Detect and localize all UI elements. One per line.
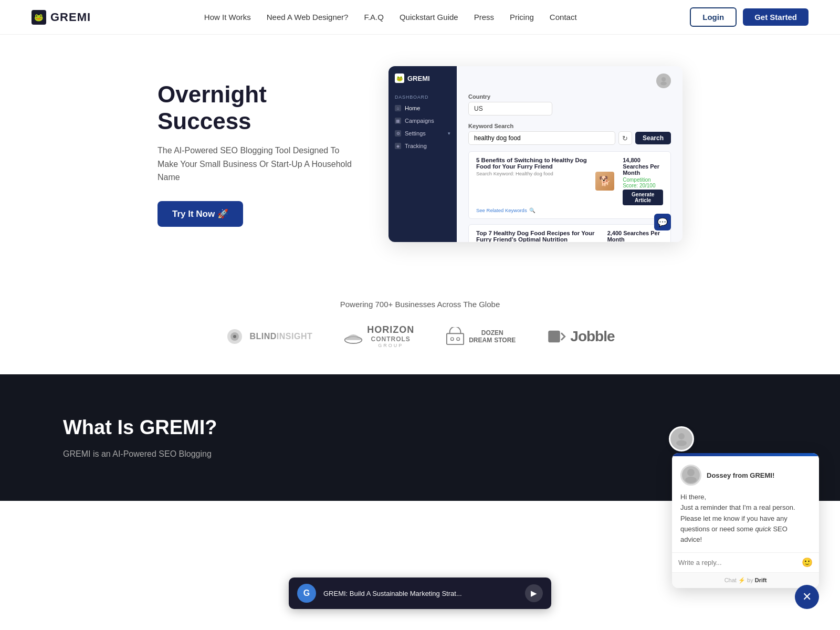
jobble-icon xyxy=(547,327,566,346)
result-2-searches: 2,400 Searches Per Month xyxy=(607,230,663,242)
app-sidebar: 🐸 GREMI DASHBOARD ⌂ Home ▦ Campaigns ⚙ xyxy=(388,66,457,242)
sidebar-logo: 🐸 GREMI xyxy=(388,74,457,90)
nav-how-it-works[interactable]: How It Works xyxy=(204,13,251,22)
app-main: Country Keyword Search ↻ Search 5 Benefi… xyxy=(457,66,682,242)
hero-text: Overnight Success The AI-Powered SEO Blo… xyxy=(158,81,357,227)
chat-avatar xyxy=(680,465,701,486)
nav-buttons: Login Get Started xyxy=(690,7,808,27)
sidebar-item-campaigns[interactable]: ▦ Campaigns xyxy=(388,114,457,127)
sidebar-logo-icon: 🐸 xyxy=(395,74,404,83)
keyword-label: Keyword Search xyxy=(468,123,671,129)
chat-bubble-button[interactable]: 💬 xyxy=(654,214,671,230)
sidebar-brand: GREMI xyxy=(407,75,430,82)
try-it-now-button[interactable]: Try It Now 🚀 xyxy=(158,201,243,227)
country-label: Country xyxy=(468,93,671,100)
see-related-1[interactable]: See Related Keywords 🔍 xyxy=(476,207,663,213)
result-card-2: Top 7 Healthy Dog Food Recipes for Your … xyxy=(468,224,671,242)
sidebar-section-label: DASHBOARD xyxy=(388,90,457,102)
svg-point-11 xyxy=(685,477,697,483)
dozen-dream-icon xyxy=(446,327,465,346)
blind-insight-icon xyxy=(225,327,244,346)
result-1-image: 🐕 xyxy=(595,172,614,191)
sidebar-tracking-label: Tracking xyxy=(405,143,427,149)
get-started-button[interactable]: Get Started xyxy=(743,8,808,26)
chat-message: Hi there, Just a reminder that I'm a rea… xyxy=(680,492,811,501)
partner-blind-insight: BLINDINSIGHT xyxy=(225,327,312,346)
navbar: 🐸 GREMI How It Works Need A Web Designer… xyxy=(0,0,840,35)
partner-jobble: Jobble xyxy=(547,327,614,346)
nav-web-designer[interactable]: Need A Web Designer? xyxy=(267,13,349,22)
nav-faq[interactable]: F.A.Q xyxy=(364,13,384,22)
hero-subtitle: The AI-Powered SEO Blogging Tool Designe… xyxy=(158,144,357,184)
logo[interactable]: 🐸 GREMI xyxy=(32,10,91,25)
result-1-competition: Competition Score: 20/100 xyxy=(623,177,663,188)
powering-section: Powering 700+ Businesses Across The Glob… xyxy=(0,284,840,374)
app-window: 🐸 GREMI DASHBOARD ⌂ Home ▦ Campaigns ⚙ xyxy=(388,66,682,242)
partner-dozen-dream: DOZEN DREAMSTORE xyxy=(446,327,516,346)
search-icon: 🔍 xyxy=(529,207,536,213)
chat-widget-user: Dossey from GREMI! xyxy=(680,465,811,486)
nav-contact[interactable]: Contact xyxy=(550,13,577,22)
settings-arrow-icon: ▾ xyxy=(448,131,450,136)
tracking-icon: ◈ xyxy=(395,143,401,149)
result-1-keyword: Search Keyword: Healthy dog food xyxy=(476,171,590,176)
svg-rect-6 xyxy=(447,333,464,344)
search-button[interactable]: Search xyxy=(635,132,671,144)
svg-point-0 xyxy=(662,77,666,81)
hero-title: Overnight Success xyxy=(158,81,357,134)
settings-icon: ⚙ xyxy=(395,130,401,136)
svg-point-7 xyxy=(451,337,454,340)
powering-title: Powering 700+ Businesses Across The Glob… xyxy=(32,300,808,309)
sidebar-settings-label: Settings xyxy=(405,130,426,136)
result-1-searches: 14,800 Searches Per Month xyxy=(623,157,663,176)
sidebar-item-home[interactable]: ⌂ Home xyxy=(388,102,457,114)
generate-btn-1[interactable]: Generate Article xyxy=(623,190,663,205)
sidebar-campaigns-label: Campaigns xyxy=(405,118,434,124)
chat-sender-name: Dossey from GREMI! xyxy=(707,471,774,479)
svg-point-12 xyxy=(678,433,685,439)
svg-rect-9 xyxy=(549,330,561,342)
chat-widget-body: Dossey from GREMI! Hi there, Just a remi… xyxy=(672,456,819,501)
sidebar-item-tracking[interactable]: ◈ Tracking xyxy=(388,140,457,152)
sidebar-home-label: Home xyxy=(405,105,420,111)
refresh-button[interactable]: ↻ xyxy=(618,131,632,145)
dark-section-subtitle: GREMI is an AI-Powered SEO Blogging xyxy=(63,449,777,459)
jobble-name: Jobble xyxy=(570,328,614,345)
chat-widget: Dossey from GREMI! Hi there, Just a remi… xyxy=(672,453,819,501)
horizon-icon xyxy=(344,327,363,346)
country-input[interactable] xyxy=(468,102,552,116)
svg-point-4 xyxy=(233,335,236,338)
nav-links: How It Works Need A Web Designer? F.A.Q … xyxy=(204,13,577,22)
result-1-title: 5 Benefits of Switching to Healthy Dog F… xyxy=(476,157,590,170)
sidebar-item-settings[interactable]: ⚙ Settings ▾ xyxy=(388,127,457,140)
result-2-title: Top 7 Healthy Dog Food Recipes for Your … xyxy=(476,230,607,242)
keyword-search-input[interactable] xyxy=(468,131,615,145)
nav-quickstart[interactable]: Quickstart Guide xyxy=(400,13,458,22)
svg-point-8 xyxy=(457,337,460,340)
logo-icon: 🐸 xyxy=(32,10,46,25)
home-icon: ⌂ xyxy=(395,105,401,111)
partner-horizon: HORIZON CONTROLS GROUP xyxy=(344,324,414,348)
svg-point-10 xyxy=(687,469,695,476)
svg-point-1 xyxy=(660,82,667,86)
nav-pricing[interactable]: Pricing xyxy=(510,13,534,22)
partner-logos-row: BLINDINSIGHT HORIZON CONTROLS GROUP xyxy=(32,324,808,348)
chat-floating-avatar xyxy=(669,426,694,452)
svg-point-13 xyxy=(676,440,687,446)
brand-name: GREMI xyxy=(50,10,91,24)
login-button[interactable]: Login xyxy=(690,7,737,27)
app-screenshot: 🐸 GREMI DASHBOARD ⌂ Home ▦ Campaigns ⚙ xyxy=(388,66,682,242)
campaigns-icon: ▦ xyxy=(395,118,401,124)
hero-section: Overnight Success The AI-Powered SEO Blo… xyxy=(105,35,735,284)
result-card-1: 5 Benefits of Switching to Healthy Dog F… xyxy=(468,151,671,219)
nav-press[interactable]: Press xyxy=(474,13,494,22)
blind-insight-name: BLINDINSIGHT xyxy=(249,332,312,341)
user-avatar xyxy=(656,74,671,88)
